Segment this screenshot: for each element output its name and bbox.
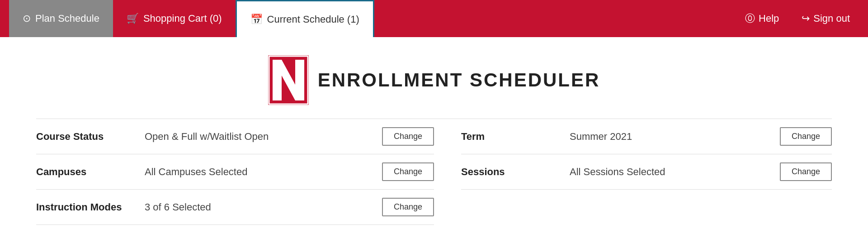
filter-col-left: Course Status Open & Full w/Waitlist Ope…: [36, 119, 434, 225]
cart-icon: 🛒: [127, 13, 139, 24]
signout-icon: ↪: [802, 13, 810, 24]
university-logo: [268, 55, 309, 105]
term-row: Term Summer 2021 Change: [461, 119, 832, 154]
help-label: Help: [759, 13, 779, 24]
term-change-button[interactable]: Change: [780, 127, 832, 146]
navbar: ⊙ Plan Schedule 🛒 Shopping Cart (0) 📅 Cu…: [0, 0, 868, 37]
filter-col-right: Term Summer 2021 Change Sessions All Ses…: [434, 119, 832, 225]
nav-plan-schedule[interactable]: ⊙ Plan Schedule: [9, 0, 113, 37]
sessions-change-button[interactable]: Change: [780, 162, 832, 181]
sessions-row: Sessions All Sessions Selected Change: [461, 154, 832, 190]
nav-shopping-cart[interactable]: 🛒 Shopping Cart (0): [113, 0, 236, 37]
shopping-cart-label: Shopping Cart (0): [143, 13, 222, 24]
course-status-value: Open & Full w/Waitlist Open: [145, 131, 373, 143]
nav-signout[interactable]: ↪ Sign out: [793, 0, 859, 37]
nav-items-right: ⓪ Help ↪ Sign out: [736, 0, 859, 37]
sessions-label: Sessions: [461, 166, 561, 178]
term-label: Term: [461, 131, 561, 143]
instruction-modes-label: Instruction Modes: [36, 201, 136, 213]
sessions-value: All Sessions Selected: [570, 166, 771, 178]
clock-icon: ⊙: [23, 13, 31, 24]
course-status-label: Course Status: [36, 131, 136, 143]
logo-text: ENROLLMENT SCHEDULER: [318, 69, 600, 91]
instruction-modes-value: 3 of 6 Selected: [145, 201, 373, 213]
calendar-icon: 📅: [250, 14, 263, 25]
signout-label: Sign out: [813, 13, 850, 24]
course-status-change-button[interactable]: Change: [382, 127, 434, 146]
campuses-value: All Campuses Selected: [145, 166, 373, 178]
nav-current-schedule[interactable]: 📅 Current Schedule (1): [236, 0, 374, 37]
logo-area: ENROLLMENT SCHEDULER: [36, 46, 832, 119]
instruction-modes-change-button[interactable]: Change: [382, 198, 434, 216]
current-schedule-label: Current Schedule (1): [267, 14, 359, 25]
campuses-change-button[interactable]: Change: [382, 162, 434, 181]
help-icon: ⓪: [745, 12, 755, 25]
nav-items-left: ⊙ Plan Schedule 🛒 Shopping Cart (0) 📅 Cu…: [9, 0, 374, 37]
term-value: Summer 2021: [570, 131, 771, 143]
campuses-label: Campuses: [36, 166, 136, 178]
plan-schedule-label: Plan Schedule: [35, 13, 99, 24]
nav-help[interactable]: ⓪ Help: [736, 0, 788, 37]
filter-grid: Course Status Open & Full w/Waitlist Ope…: [36, 119, 832, 225]
main-content: ENROLLMENT SCHEDULER Course Status Open …: [0, 37, 868, 229]
course-status-row: Course Status Open & Full w/Waitlist Ope…: [36, 119, 434, 154]
instruction-modes-row: Instruction Modes 3 of 6 Selected Change: [36, 190, 434, 225]
campuses-row: Campuses All Campuses Selected Change: [36, 154, 434, 190]
